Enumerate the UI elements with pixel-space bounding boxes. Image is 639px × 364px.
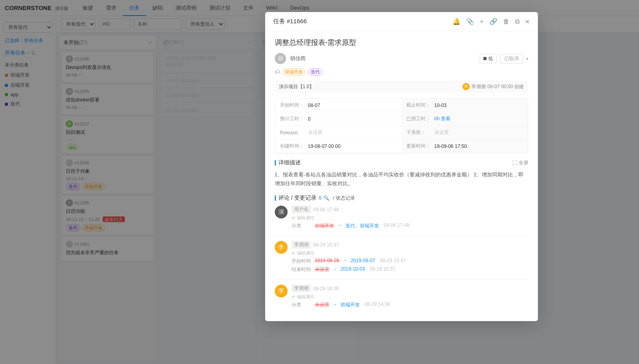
field-end-time: 截止时间： 10-03	[402, 99, 528, 112]
comment-user-3: 李潮潮	[292, 285, 311, 292]
task-title: 调整总经理报表-需求原型	[275, 38, 528, 47]
field-used-hours: 已用工时： 0h 查看	[402, 112, 528, 126]
comment-time-2: 08-29 15:37	[313, 242, 339, 248]
divider	[275, 236, 528, 236]
field-estimated-hours: 预计工时： 0	[275, 112, 402, 126]
creator-name: 李潮潮	[471, 83, 486, 90]
assignee-avatar: 胡	[275, 53, 286, 64]
priority-badge[interactable]: 低	[480, 54, 497, 63]
field-start-time: 开始时间： 08-07	[275, 99, 402, 112]
tag-iteration[interactable]: 迭代	[308, 68, 323, 76]
comments-label: 评论 / 变更记录 6 🔍 / 状态记录	[278, 194, 355, 202]
comment-change: 分类 前端开发 → 迭代、前端开发 09-06 17:48	[292, 222, 528, 229]
comment-item-3: 李 李潮潮 08-29 14:36 ✓ 编辑属性 分类 未设置 → 前端开发 0…	[275, 285, 528, 308]
comment-item-2: 李 李潮潮 08-29 15:37 ✓ 编辑属性 开始时间 2019-08-26…	[275, 241, 528, 273]
description-label: 详细描述	[278, 159, 301, 166]
link-icon[interactable]: 🔗	[489, 18, 497, 25]
priority-dot	[483, 57, 487, 60]
creator-avatar: 李	[463, 83, 470, 90]
status-badge[interactable]: 已取消	[500, 54, 523, 63]
project-name: 演示项目【1.0】	[279, 83, 314, 90]
modal-body: 调整总经理报表-需求原型 胡 胡佳雨 低 已取消 ▾ 🏷 前端开发 迭代 演示项…	[265, 31, 538, 321]
tag-icon: 🏷	[275, 69, 280, 75]
close-icon[interactable]: ✕	[525, 18, 530, 25]
tags-row: 🏷 前端开发 迭代	[275, 68, 528, 76]
divider-2	[275, 279, 528, 280]
modal-task-id: 任务 #11666	[273, 18, 307, 25]
comment-change-3: 分类 未设置 → 前端开发 08-29 14:36	[292, 301, 528, 308]
status-dropdown-arrow[interactable]: ▾	[526, 57, 528, 61]
field-release: Release: 未设置	[275, 126, 402, 140]
comment-avatar-3: 李	[275, 285, 288, 297]
modal-header: 任务 #11666 🔔 📎 + 🔗 🗑 ⧉ ✕	[265, 12, 538, 31]
comment-time-3: 08-29 14:36	[313, 286, 339, 291]
fullscreen-icon: ⛶	[512, 160, 517, 166]
priority-label: 低	[488, 55, 493, 62]
description-section-title: 详细描述 ⛶ 全屏	[275, 159, 528, 166]
comment-change-2: 开始时间 2019-08-26 → 2019-08-07 08-29 15:37	[292, 258, 528, 265]
project-row: 演示项目【1.0】 李 李潮潮 08-07 00:00 创建	[275, 81, 528, 93]
comment-change-2b: 结束时间 未设置 → 2019-10-03 08-29 15:37	[292, 266, 528, 273]
used-hours-link[interactable]: 0h 查看	[434, 115, 451, 122]
task-meta-row: 胡 胡佳雨 低 已取消 ▾	[275, 53, 528, 64]
comment-user-2: 李潮潮	[292, 241, 311, 249]
check-icon-3: ✓	[292, 294, 295, 299]
check-icon: ✓	[292, 215, 295, 220]
modal-actions: 🔔 📎 + 🔗 🗑 ⧉ ✕	[452, 18, 529, 25]
fields-grid: 开始时间： 08-07 截止时间： 10-03 预计工时： 0 已用工时： 0h…	[275, 98, 528, 154]
add-icon[interactable]: +	[480, 18, 483, 25]
delete-icon[interactable]: 🗑	[503, 18, 509, 25]
section-bar-2	[275, 195, 276, 201]
tag-frontend[interactable]: 前端开发	[282, 68, 306, 76]
comment-item-1: 演 用户名 09-06 17:48 ✓ 编辑属性 分类 前端开发 → 迭代、前端…	[275, 206, 528, 229]
comments-section-title: 评论 / 变更记录 6 🔍 / 状态记录	[275, 194, 528, 202]
comment-avatar: 演	[275, 206, 288, 218]
project-creator: 李 李潮潮 08-07 00:00 创建	[463, 83, 524, 90]
comment-time: 09-06 17:48	[313, 207, 339, 212]
section-bar	[275, 160, 276, 166]
assignee-name: 胡佳雨	[290, 55, 306, 62]
field-create-time: 创建时间： 19-08-07 00:00	[275, 140, 402, 153]
create-time: 08-07 00:00 创建	[487, 83, 524, 90]
task-modal: 任务 #11666 🔔 📎 + 🔗 🗑 ⧉ ✕ 调整总经理报表-需求原型 胡 胡…	[265, 12, 538, 321]
field-update-time: 更新时间： 19-09-06 17:50	[402, 140, 528, 153]
attachment-icon[interactable]: 📎	[466, 18, 474, 25]
comment-avatar-2: 李	[275, 241, 288, 254]
copy-icon[interactable]: ⧉	[515, 18, 519, 25]
check-icon-2: ✓	[292, 251, 295, 256]
comment-user: 用户名	[292, 206, 311, 213]
description-text: 1、报表查看-各站点各油品销量对比，各油品平均实收价（要减掉收到的优惠券金额） …	[275, 170, 528, 188]
alarm-icon[interactable]: 🔔	[452, 18, 460, 25]
field-subsystem: 子系统： 未设置	[402, 126, 528, 140]
fullscreen-button[interactable]: ⛶ 全屏	[512, 160, 528, 166]
